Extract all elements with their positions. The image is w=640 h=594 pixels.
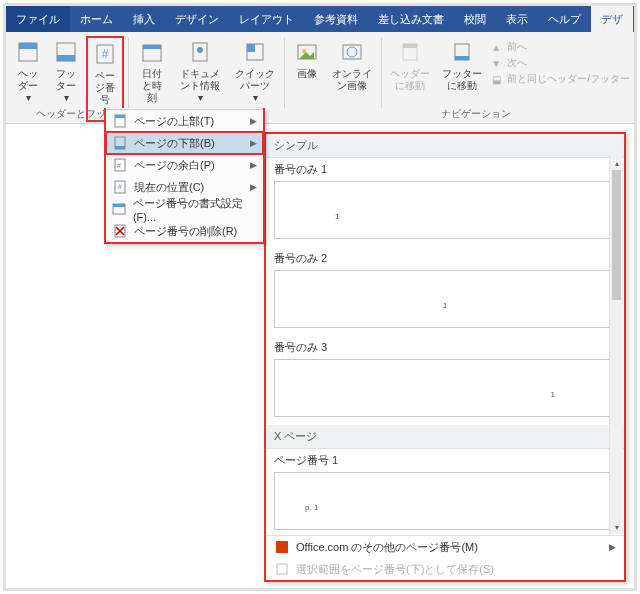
image-icon	[293, 38, 321, 66]
gallery-item-4-label: ページ番号 1	[266, 449, 624, 470]
page-margin-icon: #	[112, 157, 128, 173]
page-number-icon: #	[91, 40, 119, 68]
svg-rect-7	[143, 45, 161, 49]
link-icon: ⬓	[489, 72, 503, 86]
submenu-arrow-icon: ▶	[250, 182, 257, 192]
svg-text:#: #	[102, 47, 109, 61]
gallery-scrollbar[interactable]: ▴ ▾	[609, 156, 623, 534]
menu-format-page-numbers[interactable]: ページ番号の書式設定(F)...	[106, 198, 263, 220]
svg-rect-29	[113, 204, 125, 207]
footer-label: フッター	[52, 68, 80, 92]
svg-rect-32	[277, 564, 287, 574]
svg-rect-1	[19, 43, 37, 49]
image-button[interactable]: 画像	[289, 36, 325, 82]
scroll-up-icon[interactable]: ▴	[610, 156, 623, 170]
gallery-office-label: Office.com のその他のページ番号(M)	[296, 540, 478, 555]
date-time-icon	[138, 38, 166, 66]
svg-rect-21	[115, 115, 125, 118]
header-button[interactable]: ヘッダー▾	[10, 36, 46, 106]
go-header-label: ヘッダーに移動	[389, 68, 431, 92]
svg-point-15	[347, 47, 357, 57]
preview-number: p. 1	[305, 503, 318, 512]
tab-help[interactable]: ヘルプ	[538, 6, 591, 32]
submenu-arrow-icon: ▶	[250, 116, 257, 126]
quick-parts-button[interactable]: クイックパーツ▾	[230, 36, 280, 106]
svg-rect-11	[247, 44, 255, 52]
menu-top-of-page[interactable]: ページの上部(T) ▶	[106, 110, 263, 132]
menu-current-label: 現在の位置(C)	[134, 180, 204, 195]
menu-margin-label: ページの余白(P)	[134, 158, 215, 173]
gallery-more-office[interactable]: Office.com のその他のページ番号(M) ▶	[266, 536, 624, 558]
doc-info-label: ドキュメント情報	[177, 68, 225, 92]
tab-mailings[interactable]: 差し込み文書	[368, 6, 454, 32]
save-icon	[274, 561, 290, 577]
tab-file[interactable]: ファイル	[6, 6, 70, 32]
prev-icon: ▲	[489, 40, 503, 54]
preview-number: 1	[443, 301, 447, 310]
gallery-item-1[interactable]: 1	[274, 181, 616, 239]
gallery-item-4[interactable]: p. 1	[274, 472, 616, 530]
same-as-prev-label: 前と同じヘッダー/フッター	[507, 72, 630, 86]
gallery-save-selection: 選択範囲をページ番号(下)として保存(S)	[266, 558, 624, 580]
current-position-icon: #	[112, 179, 128, 195]
go-footer-button[interactable]: フッターに移動	[437, 36, 487, 94]
tab-header-footer-design[interactable]: デザ	[591, 6, 633, 32]
tab-insert[interactable]: 挿入	[123, 6, 165, 32]
menu-remove-page-numbers[interactable]: ページ番号の削除(R)	[106, 220, 263, 242]
menu-format-label: ページ番号の書式設定(F)...	[133, 196, 257, 223]
svg-text:#: #	[118, 183, 122, 190]
submenu-arrow-icon: ▶	[609, 542, 616, 552]
tab-view[interactable]: 表示	[496, 6, 538, 32]
scroll-down-icon[interactable]: ▾	[610, 520, 623, 534]
gallery-item-3[interactable]: 1	[274, 359, 616, 417]
svg-rect-17	[403, 44, 417, 48]
next-button[interactable]: ▼次へ	[489, 56, 630, 70]
go-footer-label: フッターに移動	[441, 68, 483, 92]
gallery-item-2[interactable]: 1	[274, 270, 616, 328]
ribbon: ヘッダー▾ フッター▾ # ページ番号▾ 日付と時刻 ドキュメント情報▾ クイッ…	[6, 32, 634, 124]
header-label: ヘッダー	[14, 68, 42, 92]
go-header-icon	[396, 38, 424, 66]
online-image-icon	[338, 38, 366, 66]
group-navigation-label: ナビゲーション	[441, 107, 511, 121]
go-header-button[interactable]: ヘッダーに移動	[385, 36, 435, 94]
quick-parts-icon	[241, 38, 269, 66]
tab-home[interactable]: ホーム	[70, 6, 123, 32]
tab-review[interactable]: 校閲	[454, 6, 496, 32]
online-image-button[interactable]: オンライン画像	[327, 36, 377, 94]
svg-text:#: #	[117, 162, 121, 169]
tab-strip: ファイル ホーム 挿入 デザイン レイアウト 参考資料 差し込み文書 校閲 表示…	[6, 6, 634, 32]
footer-button[interactable]: フッター▾	[48, 36, 84, 106]
group-header-footer-label: ヘッダーとフッ	[36, 107, 106, 121]
menu-bottom-of-page[interactable]: ページの下部(B) ▶	[106, 132, 263, 154]
prev-button[interactable]: ▲前へ	[489, 40, 630, 54]
tab-design[interactable]: デザイン	[165, 6, 229, 32]
submenu-arrow-icon: ▶	[250, 138, 257, 148]
preview-number: 1	[551, 390, 555, 399]
doc-info-button[interactable]: ドキュメント情報▾	[173, 36, 229, 106]
gallery-section-xpage: X ページ	[266, 425, 624, 449]
gallery-scroll-area: 番号のみ 1 1 番号のみ 2 1 番号のみ 3 1 X ページ ページ番号 1…	[266, 158, 624, 535]
date-time-button[interactable]: 日付と時刻	[133, 36, 171, 106]
prev-label: 前へ	[507, 40, 527, 54]
menu-page-margins[interactable]: # ページの余白(P) ▶	[106, 154, 263, 176]
menu-bottom-label: ページの下部(B)	[134, 136, 215, 151]
footer-icon	[52, 38, 80, 66]
date-time-label: 日付と時刻	[137, 68, 167, 104]
same-as-prev-button[interactable]: ⬓前と同じヘッダー/フッター	[489, 72, 630, 86]
gallery-save-label: 選択範囲をページ番号(下)として保存(S)	[296, 562, 494, 577]
svg-point-13	[302, 49, 306, 53]
format-icon	[112, 201, 127, 217]
gallery-item-2-label: 番号のみ 2	[266, 247, 624, 268]
tab-references[interactable]: 参考資料	[304, 6, 368, 32]
svg-rect-3	[57, 55, 75, 61]
next-icon: ▼	[489, 56, 503, 70]
tab-layout[interactable]: レイアウト	[229, 6, 304, 32]
menu-top-label: ページの上部(T)	[134, 114, 214, 129]
go-footer-icon	[448, 38, 476, 66]
page-top-icon	[112, 113, 128, 129]
scroll-thumb[interactable]	[612, 170, 621, 300]
doc-info-icon	[186, 38, 214, 66]
gallery-item-1-label: 番号のみ 1	[266, 158, 624, 179]
svg-point-9	[197, 47, 203, 53]
